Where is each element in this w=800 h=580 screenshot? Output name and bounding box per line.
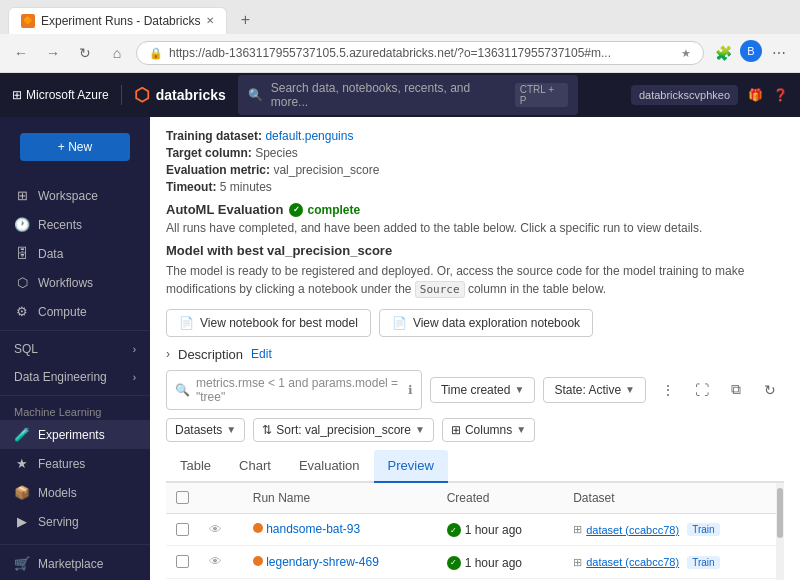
row-1-created-text: 1 hour ago <box>465 523 522 537</box>
active-browser-tab[interactable]: 🔶 Experiment Runs - Databricks ✕ <box>8 7 227 34</box>
row-2-dataset-badge: ⊞ dataset (ccabcc78) Train <box>573 556 719 569</box>
experiments-icon: 🧪 <box>14 427 30 442</box>
home-button[interactable]: ⌂ <box>104 40 130 66</box>
best-model-description: The model is ready to be registered and … <box>166 262 784 299</box>
compute-icon: ⚙ <box>14 304 30 319</box>
datasets-filter[interactable]: Datasets ▼ <box>166 418 245 442</box>
row-2-checkbox-cell <box>166 546 199 579</box>
view-notebook-btn[interactable]: 📄 View notebook for best model <box>166 309 371 337</box>
table-body: 👁 handsome-bat-93 ✓ 1 hour ago <box>166 513 784 580</box>
row-1-dataset: ⊞ dataset (ccabcc78) Train <box>563 513 784 546</box>
header-created: Created <box>437 483 564 514</box>
sidebar-item-features[interactable]: ★ Features <box>0 449 150 478</box>
row-1-checkbox[interactable] <box>176 523 189 536</box>
row-2-train-badge: Train <box>687 556 719 569</box>
state-dropdown[interactable]: State: Active ▼ <box>543 377 646 403</box>
row-checkbox-cell <box>166 513 199 546</box>
tab-chart[interactable]: Chart <box>225 450 285 483</box>
address-bar[interactable]: 🔒 https://adb-1363117955737105.5.azureda… <box>136 41 704 65</box>
menu-button[interactable]: ⋯ <box>766 40 792 66</box>
time-created-arrow-icon: ▼ <box>514 384 524 395</box>
runs-table: Run Name Created Dataset 👁 <box>166 483 784 581</box>
select-all-checkbox[interactable] <box>176 491 189 504</box>
time-created-dropdown[interactable]: Time created ▼ <box>430 377 536 403</box>
tab-preview[interactable]: Preview <box>374 450 448 483</box>
global-search-bar[interactable]: 🔍 Search data, notebooks, recents, and m… <box>238 75 578 115</box>
sidebar-item-data-engineering[interactable]: Data Engineering › <box>0 363 150 391</box>
app-topbar: ⊞ Microsoft Azure ⬡ databricks 🔍 Search … <box>0 73 800 117</box>
sidebar-item-marketplace[interactable]: 🛒 Marketplace <box>0 549 150 578</box>
header-checkbox-cell <box>166 483 199 514</box>
target-column-label: Target column: <box>166 146 252 160</box>
side-by-side-btn[interactable]: ⧉ <box>722 376 750 404</box>
browser-tabs: 🔶 Experiment Runs - Databricks ✕ + <box>0 0 800 34</box>
scrollbar-track <box>776 483 784 581</box>
run-1-status-dot <box>253 523 263 533</box>
row-1-train-badge: Train <box>687 523 719 536</box>
best-model-title: Model with best val_precision_score <box>166 243 784 258</box>
new-tab-button[interactable]: + <box>231 6 259 34</box>
table-row: 👁 legendary-shrew-469 ✓ 1 hour ago <box>166 546 784 579</box>
sidebar-item-compute[interactable]: ⚙ Compute <box>0 297 150 326</box>
columns-icon: ⊞ <box>451 423 461 437</box>
sidebar-marketplace-label: Marketplace <box>38 557 103 571</box>
sidebar-item-workflows[interactable]: ⬡ Workflows <box>0 268 150 297</box>
filter-placeholder: metrics.rmse < 1 and params.model = "tre… <box>196 376 402 404</box>
source-code-label: Source <box>415 281 465 298</box>
tab-favicon: 🔶 <box>21 14 35 28</box>
more-options-btn[interactable]: ⋮ <box>654 376 682 404</box>
sort-filter[interactable]: ⇅ Sort: val_precision_score ▼ <box>253 418 434 442</box>
refresh-button[interactable]: ↻ <box>72 40 98 66</box>
row-2-dataset-link[interactable]: dataset (ccabcc78) <box>586 556 679 568</box>
main-content: Training dataset: default.penguins Targe… <box>150 117 800 580</box>
training-dataset-link[interactable]: default.penguins <box>265 129 353 143</box>
row-1-run-name: handsome-bat-93 <box>243 513 437 546</box>
refresh-table-btn[interactable]: ↻ <box>756 376 784 404</box>
description-expand-btn[interactable]: › <box>166 347 170 361</box>
sidebar-item-recents[interactable]: 🕐 Recents <box>0 210 150 239</box>
profile-button[interactable]: B <box>740 40 762 62</box>
sidebar-item-experiments[interactable]: 🧪 Experiments <box>0 420 150 449</box>
expand-btn[interactable]: ⛶ <box>688 376 716 404</box>
extensions-button[interactable]: 🧩 <box>710 40 736 66</box>
automl-description: All runs have completed, and have been a… <box>166 221 784 235</box>
run-1-name-link[interactable]: handsome-bat-93 <box>266 522 360 536</box>
forward-button[interactable]: → <box>40 40 66 66</box>
gift-icon[interactable]: 🎁 <box>748 88 763 102</box>
description-edit-btn[interactable]: Edit <box>251 347 272 361</box>
exploration-icon: 📄 <box>392 316 407 330</box>
row-2-checkbox[interactable] <box>176 555 189 568</box>
workflows-icon: ⬡ <box>14 275 30 290</box>
sidebar-item-serving[interactable]: ▶ Serving <box>0 507 150 536</box>
row-1-created: ✓ 1 hour ago <box>437 513 564 546</box>
sidebar-item-sql[interactable]: SQL › <box>0 335 150 363</box>
row-1-dataset-link[interactable]: dataset (ccabcc78) <box>586 524 679 536</box>
visibility-icon[interactable]: 👁 <box>209 522 222 537</box>
sidebar-item-workspace[interactable]: ⊞ Workspace <box>0 181 150 210</box>
datasets-label: Datasets <box>175 423 222 437</box>
tab-close-btn[interactable]: ✕ <box>206 15 214 26</box>
tab-evaluation[interactable]: Evaluation <box>285 450 374 483</box>
run-filter-input[interactable]: 🔍 metrics.rmse < 1 and params.model = "t… <box>166 370 422 410</box>
back-button[interactable]: ← <box>8 40 34 66</box>
status-check-icon: ✓ <box>289 203 303 217</box>
sidebar-item-models[interactable]: 📦 Models <box>0 478 150 507</box>
marketplace-icon: 🛒 <box>14 556 30 571</box>
scrollbar-thumb[interactable] <box>777 488 783 538</box>
tab-table[interactable]: Table <box>166 450 225 483</box>
sort-icon: ⇅ <box>262 423 272 437</box>
columns-filter[interactable]: ⊞ Columns ▼ <box>442 418 535 442</box>
search-shortcut: CTRL + P <box>515 83 568 107</box>
sidebar-item-data[interactable]: 🗄 Data <box>0 239 150 268</box>
filter-info-icon[interactable]: ℹ <box>408 383 413 397</box>
new-button[interactable]: + New <box>20 133 130 161</box>
run-2-status-dot <box>253 556 263 566</box>
run-2-name-link[interactable]: legendary-shrew-469 <box>266 555 379 569</box>
sidebar-workflows-label: Workflows <box>38 276 93 290</box>
help-icon[interactable]: ❓ <box>773 88 788 102</box>
dataset-icon-1: ⊞ <box>573 523 582 536</box>
sidebar-models-label: Models <box>38 486 77 500</box>
visibility-icon-2[interactable]: 👁 <box>209 554 222 569</box>
view-exploration-btn[interactable]: 📄 View data exploration notebook <box>379 309 593 337</box>
best-model-section: Model with best val_precision_score The … <box>166 243 784 299</box>
